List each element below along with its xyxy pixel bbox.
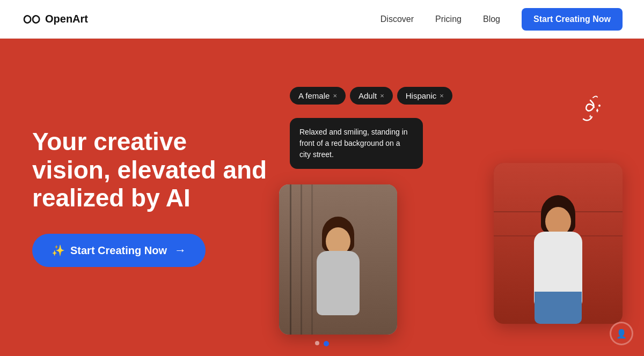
hero-cta-button[interactable]: ✨ Start Creating Now → (32, 234, 206, 267)
nav-blog[interactable]: Blog (483, 14, 500, 24)
hero-right-content: A female × Adult × Hispanic × Relaxed an… (268, 39, 644, 356)
dot-2[interactable] (324, 341, 329, 346)
person-right (521, 195, 596, 324)
avatar-icon: 👤 (616, 329, 627, 339)
tag-adult-close[interactable]: × (380, 92, 384, 100)
hero-title: Your creative vision, elevated and reali… (32, 128, 268, 213)
nav-discover[interactable]: Discover (380, 14, 414, 24)
description-text: Relaxed and smiling, standing in front o… (299, 128, 408, 159)
svg-point-0 (598, 105, 601, 107)
photo-card-right (494, 163, 623, 324)
logo[interactable]: OpenArt (21, 13, 88, 26)
tag-hispanic-label: Hispanic (406, 91, 437, 100)
navbar: OpenArt Discover Pricing Blog Start Crea… (0, 0, 644, 39)
sparkle-decoration (561, 92, 604, 137)
tag-female-label: A female (298, 91, 330, 100)
hero-left-content: Your creative vision, elevated and reali… (0, 128, 268, 268)
tag-female[interactable]: A female × (290, 87, 346, 105)
photo-card-left (279, 184, 397, 335)
arrow-icon: → (174, 243, 186, 257)
tag-adult[interactable]: Adult × (350, 87, 393, 105)
wand-icon: ✨ (52, 244, 65, 257)
tag-adult-label: Adult (358, 91, 377, 100)
carousel-dots (315, 341, 329, 346)
description-tooltip: Relaxed and smiling, standing in front o… (290, 118, 423, 169)
tag-hispanic[interactable]: Hispanic × (397, 87, 452, 105)
logo-text: OpenArt (45, 13, 88, 25)
tag-female-close[interactable]: × (333, 92, 337, 100)
person-left (303, 217, 373, 335)
nav-links: Discover Pricing Blog Start Creating Now (380, 8, 623, 31)
nav-cta-button[interactable]: Start Creating Now (522, 8, 623, 31)
floating-avatar[interactable]: 👤 (610, 322, 633, 345)
tag-hispanic-close[interactable]: × (440, 92, 444, 100)
tags-bar: A female × Adult × Hispanic × (290, 87, 452, 105)
nav-pricing[interactable]: Pricing (435, 14, 462, 24)
dot-1[interactable] (315, 341, 319, 345)
hero-section: Your creative vision, elevated and reali… (0, 39, 644, 356)
hero-cta-label: Start Creating Now (70, 244, 167, 257)
logo-icon (21, 13, 41, 26)
